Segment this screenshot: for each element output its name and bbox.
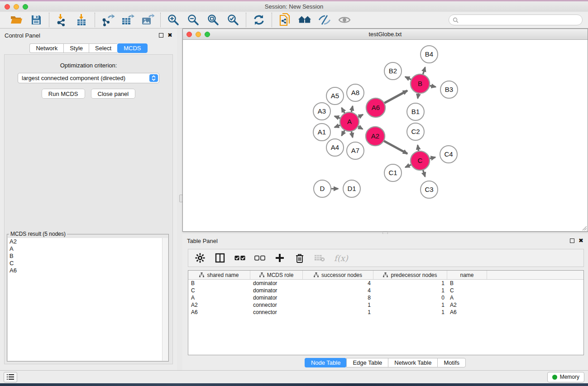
window-resize-grip[interactable] xyxy=(581,224,587,231)
graph-node-B2[interactable]: B2 xyxy=(384,62,402,80)
table-row[interactable]: A2connector11A2 xyxy=(188,301,583,309)
search-icon xyxy=(453,17,459,23)
settings-gear-icon[interactable] xyxy=(195,253,206,263)
graph-node-A3[interactable]: A3 xyxy=(313,103,330,120)
graph-node-D1[interactable]: D1 xyxy=(343,180,360,197)
graph-node-C1[interactable]: C1 xyxy=(384,164,402,181)
criterion-dropdown[interactable]: largest connected component (directed) xyxy=(18,73,159,83)
graph-node-B4[interactable]: B4 xyxy=(421,46,438,63)
import-table-icon[interactable] xyxy=(75,13,89,27)
graph-node-C[interactable]: C xyxy=(411,151,430,170)
graph-node-A4[interactable]: A4 xyxy=(326,139,344,156)
graph-node-C2[interactable]: C2 xyxy=(407,123,424,140)
node-label: A5 xyxy=(331,92,339,100)
table-cell: dominator xyxy=(250,294,303,301)
open-session-icon[interactable] xyxy=(10,13,23,27)
mcds-result-list[interactable]: A2ABCA6 xyxy=(8,238,168,361)
mcds-result-item[interactable]: A6 xyxy=(8,267,168,274)
graph-node-A2[interactable]: A2 xyxy=(366,127,385,146)
network-canvas[interactable]: B4B2BB3A5A8A6A3B1AA1C2A2A4A7CC4C1C3DD1 xyxy=(183,40,588,231)
task-history-button[interactable] xyxy=(4,372,17,382)
toggle-panes-icon[interactable] xyxy=(215,253,225,263)
tab-network[interactable]: Network xyxy=(29,43,63,53)
table-row[interactable]: Cdominator41C xyxy=(188,287,583,294)
graph-node-B3[interactable]: B3 xyxy=(440,81,458,98)
save-session-icon[interactable] xyxy=(29,13,43,27)
column-header-predecessor-nodes[interactable]: predecessor nodes xyxy=(373,271,447,279)
table-row[interactable]: A6connector11A6 xyxy=(188,309,583,316)
network-window-titlebar[interactable]: testGlobe.txt xyxy=(183,29,588,40)
tab-edge-table[interactable]: Edge Table xyxy=(346,358,388,367)
table-cell: 1 xyxy=(373,287,447,294)
column-header-shared-name[interactable]: shared name xyxy=(188,271,250,279)
mcds-result-item[interactable]: A2 xyxy=(8,238,168,245)
edge-A6-B[interactable] xyxy=(383,91,407,104)
close-panel-button[interactable]: Close panel xyxy=(91,89,136,99)
graph-node-C3[interactable]: C3 xyxy=(421,181,438,198)
table-cell: 0 xyxy=(373,294,447,301)
node-table[interactable]: shared nameMCDS rolesuccessor nodesprede… xyxy=(188,270,584,355)
table-cell: connector xyxy=(250,309,303,316)
table-header-row: shared nameMCDS rolesuccessor nodesprede… xyxy=(188,271,583,280)
tab-mcds[interactable]: MCDS xyxy=(117,43,147,53)
export-table-icon[interactable] xyxy=(121,13,134,27)
tab-network-table[interactable]: Network Table xyxy=(388,358,437,367)
export-network-icon[interactable] xyxy=(101,13,115,27)
node-label: A2 xyxy=(371,132,379,140)
graph-node-A1[interactable]: A1 xyxy=(313,124,330,141)
column-header-MCDS-role[interactable]: MCDS role xyxy=(250,271,303,279)
show-graphics-details-icon[interactable] xyxy=(318,13,331,27)
graph-node-C4[interactable]: C4 xyxy=(440,146,457,163)
zoom-fit-icon[interactable] xyxy=(206,13,220,27)
tab-select[interactable]: Select xyxy=(89,43,117,53)
mcds-result-item[interactable]: A xyxy=(8,245,168,253)
graph-node-B1[interactable]: B1 xyxy=(407,103,424,120)
add-column-icon[interactable] xyxy=(274,253,285,263)
hide-graphics-details-icon[interactable] xyxy=(338,13,351,27)
memory-button[interactable]: Memory xyxy=(547,372,584,382)
edge-A2-C[interactable] xyxy=(383,140,407,154)
node-label: B3 xyxy=(445,86,453,93)
new-network-from-file-icon[interactable] xyxy=(278,13,292,27)
table-row[interactable]: Bdominator41B xyxy=(188,280,583,287)
node-label: A8 xyxy=(351,89,359,96)
graph-node-D[interactable]: D xyxy=(314,180,331,197)
graph-node-A5[interactable]: A5 xyxy=(326,87,344,105)
graph-node-A[interactable]: A xyxy=(340,112,359,131)
search-field[interactable] xyxy=(449,14,583,25)
tab-style[interactable]: Style xyxy=(63,43,89,53)
column-header-successor-nodes[interactable]: successor nodes xyxy=(303,271,373,279)
graph-node-A6[interactable]: A6 xyxy=(366,98,385,117)
criterion-dropdown-value: largest connected component (directed) xyxy=(18,75,125,81)
home-icon[interactable] xyxy=(298,13,311,27)
memory-label: Memory xyxy=(560,374,579,380)
zoom-out-icon[interactable] xyxy=(186,13,200,27)
tab-motifs[interactable]: Motifs xyxy=(437,358,466,367)
run-mcds-button[interactable]: Run MCDS xyxy=(42,89,85,99)
mcds-result-item[interactable]: C xyxy=(8,260,168,267)
float-panel-icon[interactable] xyxy=(159,33,163,38)
delete-column-icon[interactable] xyxy=(294,253,305,263)
float-table-panel-icon[interactable] xyxy=(570,238,574,243)
function-builder-disabled-icon: f(x) xyxy=(334,253,348,263)
zoom-selected-icon[interactable] xyxy=(226,13,240,27)
refresh-network-icon[interactable] xyxy=(252,13,266,27)
deselect-all-checkboxes-icon[interactable] xyxy=(254,253,265,263)
node-label: D1 xyxy=(347,185,356,192)
table-cell: 4 xyxy=(303,280,373,287)
close-table-panel-icon[interactable]: ✖ xyxy=(578,238,583,243)
graph-node-A8[interactable]: A8 xyxy=(347,84,364,101)
search-input[interactable] xyxy=(461,17,578,23)
zoom-in-icon[interactable] xyxy=(167,13,180,27)
mcds-result-item[interactable]: B xyxy=(8,253,168,260)
close-panel-icon[interactable]: ✖ xyxy=(167,33,172,38)
graph-node-A7[interactable]: A7 xyxy=(347,142,364,159)
tab-node-table[interactable]: Node Table xyxy=(305,358,347,367)
import-network-icon[interactable] xyxy=(55,13,69,27)
graph-node-B[interactable]: B xyxy=(411,74,430,93)
result-scrollbar[interactable] xyxy=(162,238,168,361)
export-image-icon[interactable] xyxy=(141,13,154,27)
table-row[interactable]: Adominator80A xyxy=(188,294,583,301)
column-header-name[interactable]: name xyxy=(447,271,487,279)
select-all-checkboxes-icon[interactable] xyxy=(234,253,245,263)
